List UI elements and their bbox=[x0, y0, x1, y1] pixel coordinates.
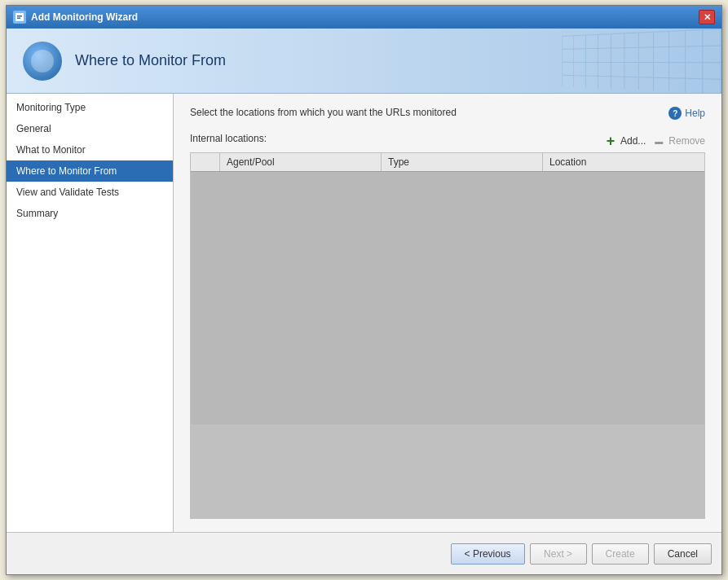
sidebar: Monitoring Type General What to Monitor … bbox=[7, 94, 174, 532]
previous-button[interactable]: < Previous bbox=[451, 543, 525, 565]
locations-table: Agent/Pool Type Location bbox=[190, 152, 705, 519]
col-agent-pool: Agent/Pool bbox=[220, 153, 382, 171]
main-window: Add Monitoring Wizard ✕ Where to Monitor… bbox=[6, 5, 722, 575]
content-description: Select the locations from which you want… bbox=[190, 107, 457, 118]
col-location: Location bbox=[543, 153, 704, 171]
sidebar-item-view-validate[interactable]: View and Validate Tests bbox=[7, 182, 173, 203]
remove-label: Remove bbox=[668, 135, 705, 147]
close-button[interactable]: ✕ bbox=[699, 10, 715, 24]
create-button[interactable]: Create bbox=[592, 543, 649, 565]
sidebar-item-summary[interactable]: Summary bbox=[7, 203, 173, 224]
table-body bbox=[191, 172, 704, 424]
content-area: Select the locations from which you want… bbox=[174, 94, 721, 532]
add-button[interactable]: Add... bbox=[604, 134, 646, 147]
main-content: Monitoring Type General What to Monitor … bbox=[7, 94, 721, 532]
next-button[interactable]: Next > bbox=[530, 543, 587, 565]
header-decoration bbox=[562, 29, 721, 94]
wizard-header: Where to Monitor From bbox=[7, 29, 721, 94]
window-icon bbox=[13, 11, 26, 24]
col-checkbox bbox=[191, 153, 220, 171]
svg-rect-0 bbox=[15, 13, 24, 21]
help-icon: ? bbox=[668, 107, 682, 120]
wizard-title: Where to Monitor From bbox=[75, 52, 226, 69]
table-header: Agent/Pool Type Location bbox=[191, 153, 704, 172]
help-label: Help bbox=[685, 108, 705, 119]
section-label: Internal locations: bbox=[190, 133, 267, 144]
svg-rect-2 bbox=[17, 18, 20, 20]
wizard-icon bbox=[23, 42, 62, 81]
title-bar: Add Monitoring Wizard ✕ bbox=[7, 6, 721, 29]
sidebar-item-monitoring-type[interactable]: Monitoring Type bbox=[7, 97, 173, 118]
sidebar-item-where-to-monitor[interactable]: Where to Monitor From bbox=[7, 160, 173, 182]
window-title: Add Monitoring Wizard bbox=[31, 11, 699, 23]
remove-button[interactable]: Remove bbox=[652, 134, 705, 147]
col-type: Type bbox=[382, 153, 543, 171]
toolbar-row: Internal locations: Add... Remove bbox=[190, 133, 705, 149]
add-label: Add... bbox=[620, 135, 646, 147]
help-link[interactable]: ? Help bbox=[668, 107, 705, 120]
footer: < Previous Next > Create Cancel bbox=[7, 532, 721, 574]
content-header-row: Select the locations from which you want… bbox=[190, 107, 705, 120]
sidebar-item-general[interactable]: General bbox=[7, 118, 173, 139]
svg-rect-1 bbox=[17, 15, 22, 17]
toolbar-buttons: Add... Remove bbox=[604, 134, 705, 147]
remove-icon bbox=[652, 134, 665, 147]
sidebar-item-what-to-monitor[interactable]: What to Monitor bbox=[7, 139, 173, 160]
cancel-button[interactable]: Cancel bbox=[654, 543, 712, 565]
add-icon bbox=[604, 134, 617, 147]
